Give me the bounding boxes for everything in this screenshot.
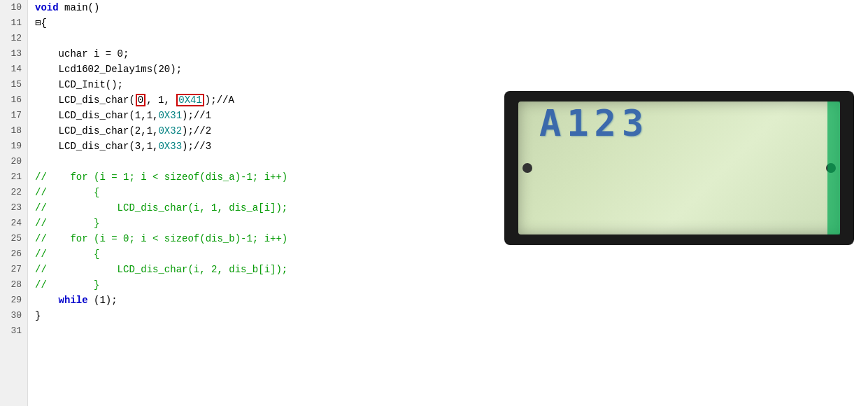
code-line: ⊟{ [35,15,868,31]
line-number: 23 [6,200,22,216]
code-segment: (1); [88,293,118,308]
code-segment: // { [35,185,99,200]
highlight-0X41: 0X41 [176,94,204,106]
lcd-dot-left [522,163,532,173]
line-number: 21 [6,169,22,185]
line-numbers: 1011121314151617181920212223242526272829… [0,0,28,406]
code-segment: Lcd1602_Delay1ms(20); [35,62,182,77]
lcd-screen: A123 [518,102,840,234]
code-segment: 0X32 [158,123,182,139]
code-segment: 0X31 [158,108,182,123]
line-number: 27 [6,262,22,277]
line-number: 10 [6,0,22,15]
code-area: void main()⊟{ uchar i = 0; Lcd1602_Delay… [28,0,868,406]
code-segment: // for (i = 0; i < sizeof(dis_b)-1; i++) [35,231,287,246]
code-segment [35,293,59,308]
code-segment: LCD_dis_char(2,1, [35,123,158,139]
highlight-0: 0 [136,94,145,106]
code-segment: LCD_dis_char(3,1, [35,139,158,154]
line-number: 12 [6,31,22,46]
code-segment: 0X33 [158,139,182,154]
code-segment: uchar i = 0; [35,46,129,62]
code-segment: void [35,0,64,15]
code-line: LCD_Init(); [35,77,868,92]
line-number: 31 [6,323,22,339]
lcd-image: A123 [504,91,854,245]
line-number: 30 [6,308,22,323]
code-segment: main() [64,0,99,15]
line-number: 19 [6,139,22,154]
code-segment: // { [35,246,99,262]
code-segment: // LCD_dis_char(i, 1, dis_a[i]); [35,200,287,216]
line-number: 17 [6,108,22,123]
line-number: 28 [6,277,22,293]
line-number: 26 [6,246,22,262]
code-line: Lcd1602_Delay1ms(20); [35,62,868,77]
line-number: 14 [6,62,22,77]
code-segment: ⊟{ [35,15,47,31]
code-line: // } [35,277,868,293]
line-number: 13 [6,46,22,62]
line-number: 16 [6,92,22,108]
lcd-display-text: A123 [539,115,649,131]
line-number: 24 [6,216,22,231]
line-number: 20 [6,154,22,169]
code-line: // LCD_dis_char(i, 2, dis_b[i]); [35,262,868,277]
code-segment: LCD_Init(); [35,77,123,92]
code-line: while (1); [35,293,868,308]
code-segment: );//3 [182,139,211,154]
code-segment: );//2 [182,123,211,139]
line-number: 11 [6,15,22,31]
code-segment: while [59,293,88,308]
code-segment: // LCD_dis_char(i, 2, dis_b[i]); [35,262,287,277]
code-segment: // } [35,277,99,293]
lcd-green-edge [827,102,840,234]
code-segment: LCD_dis_char(1,1, [35,108,158,123]
code-container: 1011121314151617181920212223242526272829… [0,0,868,406]
line-number: 25 [6,231,22,246]
line-number: 22 [6,185,22,200]
code-line: // { [35,246,868,262]
line-number: 18 [6,123,22,139]
line-number: 29 [6,293,22,308]
code-segment: // for (i = 1; i < sizeof(dis_a)-1; i++) [35,169,287,185]
code-segment: // } [35,216,99,231]
code-segment: );//1 [182,108,211,123]
code-line [35,323,868,339]
code-segment: } [35,308,41,323]
code-line [35,31,868,46]
line-number: 15 [6,77,22,92]
code-line: void main() [35,0,868,15]
code-line: } [35,308,868,323]
code-line: uchar i = 0; [35,46,868,62]
